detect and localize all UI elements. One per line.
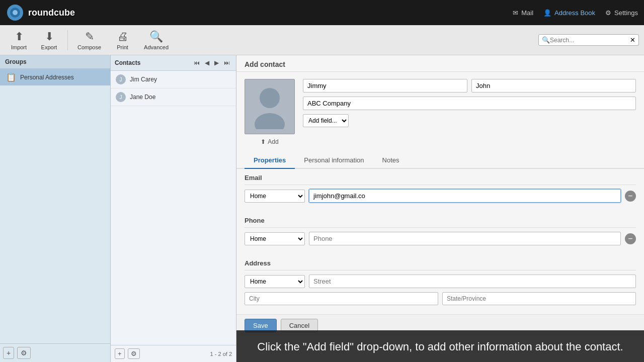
name-row xyxy=(303,79,636,93)
contacts-prev-page[interactable]: ◀ xyxy=(203,58,211,67)
phone-remove-button[interactable]: − xyxy=(625,233,636,244)
addressbook-icon: 👤 xyxy=(543,9,551,17)
address-form-row: Home xyxy=(245,275,636,288)
email-section-title: Email xyxy=(245,174,636,185)
search-icon: 🔍 xyxy=(542,36,550,44)
toolbar: ⬆ Import ⬇ Export ✎ Compose 🖨 Print 🔍 Ad… xyxy=(0,25,644,55)
phone-section: Phone Home − xyxy=(236,212,644,254)
avatar-add-label: Add xyxy=(268,138,278,145)
last-name-input[interactable] xyxy=(471,79,636,93)
contact-name-fields: Add field... Birthday Nickname Title xyxy=(303,79,636,145)
phone-section-title: Phone xyxy=(245,217,636,228)
export-icon: ⬇ xyxy=(45,30,54,43)
city-input[interactable] xyxy=(245,292,438,305)
compose-label: Compose xyxy=(77,44,101,50)
contacts-nav-buttons: ⏮ ◀ ▶ ⏭ xyxy=(192,58,232,67)
state-input[interactable] xyxy=(442,292,636,305)
roundcube-logo-icon xyxy=(6,4,24,22)
export-label: Export xyxy=(41,44,57,50)
advanced-label: Advanced xyxy=(144,44,169,50)
topbar: roundcube ✉ Mail 👤 Address Book ⚙ Settin… xyxy=(0,0,644,25)
add-contact-body: ⬆ Add Add field... Birthday Nickn xyxy=(236,72,644,152)
import-button[interactable]: ⬆ Import xyxy=(5,28,33,52)
address-type-select[interactable]: Home xyxy=(245,275,305,288)
email-form-row: Home − xyxy=(245,189,636,203)
advanced-button[interactable]: 🔍 Advanced xyxy=(139,28,174,52)
content-area: Add contact ⬆ Add xyxy=(236,55,644,362)
groups-header: Groups xyxy=(0,55,110,69)
email-input[interactable] xyxy=(309,189,621,203)
phone-type-select[interactable]: Home xyxy=(245,232,305,245)
avatar-add-icon: ⬆ xyxy=(261,138,266,145)
tab-personal-information[interactable]: Personal information xyxy=(295,152,373,169)
contacts-footer: + ⚙ 1 - 2 of 2 xyxy=(111,345,236,362)
svg-point-2 xyxy=(13,10,18,15)
avatar-section: ⬆ Add xyxy=(245,79,295,145)
contacts-first-page[interactable]: ⏮ xyxy=(192,58,202,67)
search-clear-icon[interactable]: ✕ xyxy=(630,36,635,44)
phone-form-row: Home − xyxy=(245,232,636,245)
content-scroll[interactable]: ⬆ Add Add field... Birthday Nickn xyxy=(236,72,644,362)
avatar-add-button[interactable]: ⬆ Add xyxy=(261,138,278,145)
contacts-title: Contacts xyxy=(115,59,140,66)
mail-icon: ✉ xyxy=(513,9,518,17)
contact-item-jane-doe[interactable]: J Jane Doe xyxy=(111,88,236,106)
print-button[interactable]: 🖨 Print xyxy=(109,28,136,52)
sidebar-item-personal-label: Personal Addresses xyxy=(20,74,74,81)
search-input[interactable] xyxy=(550,37,630,44)
sidebar-footer: + ⚙ xyxy=(0,343,110,362)
import-icon: ⬆ xyxy=(15,30,24,43)
svg-point-3 xyxy=(260,88,280,108)
contact-name-jane: Jane Doe xyxy=(130,94,155,101)
compose-button[interactable]: ✎ Compose xyxy=(72,28,106,52)
tooltip-text: Click the "Add field" drop-down, to add … xyxy=(257,340,623,353)
contact-avatar-jim: J xyxy=(116,74,126,84)
address-section-title: Address xyxy=(245,259,636,270)
compose-icon: ✎ xyxy=(85,30,94,43)
search-bar: 🔍 ✕ xyxy=(538,34,639,46)
top-navigation: ✉ Mail 👤 Address Book ⚙ Settings xyxy=(513,9,638,17)
company-input[interactable] xyxy=(303,97,636,110)
add-field-row: Add field... Birthday Nickname Title xyxy=(303,114,636,127)
nav-settings[interactable]: ⚙ Settings xyxy=(605,9,638,17)
app-name-label: roundcube xyxy=(28,8,75,18)
contacts-page-info: 1 - 2 of 2 xyxy=(210,351,232,357)
print-icon: 🖨 xyxy=(117,30,128,43)
address-section: Address Home xyxy=(236,254,644,314)
add-contact-header: Add contact xyxy=(236,55,644,72)
nav-settings-label: Settings xyxy=(614,9,638,17)
export-button[interactable]: ⬇ Export xyxy=(35,28,63,52)
contact-options-button[interactable]: ⚙ xyxy=(128,348,140,359)
contacts-next-page[interactable]: ▶ xyxy=(212,58,221,67)
first-name-input[interactable] xyxy=(303,79,467,93)
nav-mail[interactable]: ✉ Mail xyxy=(513,9,533,17)
contact-item-jim-carey[interactable]: J Jim Carey xyxy=(111,71,236,88)
contacts-header: Contacts ⏮ ◀ ▶ ⏭ xyxy=(111,55,236,71)
add-field-dropdown[interactable]: Add field... Birthday Nickname Title xyxy=(303,114,349,127)
street-input[interactable] xyxy=(309,275,636,288)
email-remove-button[interactable]: − xyxy=(625,191,636,202)
svg-point-4 xyxy=(255,113,285,129)
email-type-select[interactable]: Home xyxy=(245,190,305,203)
nav-addressbook[interactable]: 👤 Address Book xyxy=(543,9,595,17)
app-logo: roundcube xyxy=(6,4,75,22)
contacts-panel: Contacts ⏮ ◀ ▶ ⏭ J Jim Carey J Jane Doe … xyxy=(111,55,236,362)
sidebar-item-personal-addresses[interactable]: 📋 Personal Addresses xyxy=(0,69,110,85)
add-contact-footer-button[interactable]: + xyxy=(115,348,125,359)
address-extra-row xyxy=(245,292,636,305)
tab-properties[interactable]: Properties xyxy=(245,152,295,169)
nav-mail-label: Mail xyxy=(521,9,533,17)
add-group-button[interactable]: + xyxy=(3,347,14,359)
import-label: Import xyxy=(11,44,27,50)
personal-addresses-icon: 📋 xyxy=(6,72,16,82)
settings-icon: ⚙ xyxy=(605,9,611,17)
tab-notes[interactable]: Notes xyxy=(373,152,409,169)
group-settings-button[interactable]: ⚙ xyxy=(17,347,31,359)
contacts-last-page[interactable]: ⏭ xyxy=(222,58,232,67)
main-layout: Groups 📋 Personal Addresses + ⚙ Contacts… xyxy=(0,55,644,362)
contact-avatar-jane: J xyxy=(116,92,126,102)
phone-input[interactable] xyxy=(309,232,621,245)
email-section: Email Home − xyxy=(236,169,644,212)
sidebar: Groups 📋 Personal Addresses + ⚙ xyxy=(0,55,111,362)
avatar-placeholder xyxy=(245,79,295,134)
